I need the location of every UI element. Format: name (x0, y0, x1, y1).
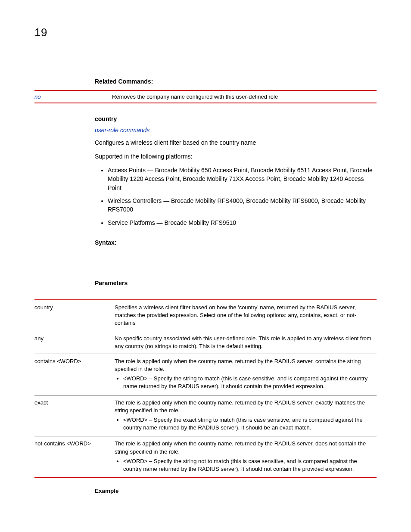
param-sublist: <WORD> – Specify the string to match (th… (123, 375, 374, 390)
param-key: contains <WORD> (34, 354, 115, 395)
rc-desc: Removes the company name configured with… (112, 90, 377, 103)
param-text: The role is applied only when the countr… (115, 399, 365, 414)
param-sublist: <WORD> – Specify the string not to match… (123, 457, 374, 473)
syntax-heading: Syntax: (95, 239, 377, 246)
param-text: The role is applied only when the countr… (115, 358, 361, 372)
param-desc: Specifies a wireless client filter based… (115, 300, 377, 331)
param-desc: The role is applied only when the countr… (115, 354, 377, 395)
table-row: exact The role is applied only when the … (34, 395, 377, 436)
list-item: Access Points — Brocade Mobility 650 Acc… (108, 166, 377, 192)
parameters-table: country Specifies a wireless client filt… (34, 299, 377, 478)
parameters-heading: Parameters (95, 280, 377, 286)
list-item: <WORD> – Specify the string to match (th… (123, 375, 374, 390)
table-row: no Removes the company name configured w… (34, 90, 377, 103)
example-heading: Example (95, 488, 377, 494)
param-desc: The role is applied only when the countr… (115, 436, 377, 478)
param-key: not-contains <WORD> (34, 436, 115, 478)
related-commands-table: no Removes the company name configured w… (34, 90, 377, 103)
platform-list: Access Points — Brocade Mobility 650 Acc… (108, 166, 377, 227)
table-row: country Specifies a wireless client filt… (34, 300, 377, 331)
table-row: contains <WORD> The role is applied only… (34, 354, 377, 395)
param-sublist: <WORD> – Specify the exact string to mat… (123, 416, 374, 432)
list-item: Service Platforms — Brocade Mobility RFS… (108, 218, 377, 227)
related-commands-heading: Related Commands: (95, 78, 377, 85)
list-item: <WORD> – Specify the string not to match… (123, 457, 374, 473)
page-number: 19 (34, 26, 377, 39)
country-heading: country (95, 115, 377, 122)
param-key: country (34, 300, 115, 331)
param-desc: The role is applied only when the countr… (115, 395, 377, 436)
user-role-commands-link[interactable]: user-role commands (95, 127, 377, 134)
list-item: Wireless Controllers — Brocade Mobility … (108, 196, 377, 214)
param-desc: No specific country associated with this… (115, 331, 377, 354)
list-item: <WORD> – Specify the exact string to mat… (123, 416, 374, 432)
supported-text: Supported in the following platforms: (95, 152, 377, 161)
rc-key: no (34, 90, 112, 103)
param-key: any (34, 331, 115, 354)
param-text: The role is applied only when the countr… (115, 440, 366, 454)
table-row: not-contains <WORD> The role is applied … (34, 436, 377, 478)
param-key: exact (34, 395, 115, 436)
intro-text: Configures a wireless client filter base… (95, 139, 377, 147)
table-row: any No specific country associated with … (34, 331, 377, 354)
